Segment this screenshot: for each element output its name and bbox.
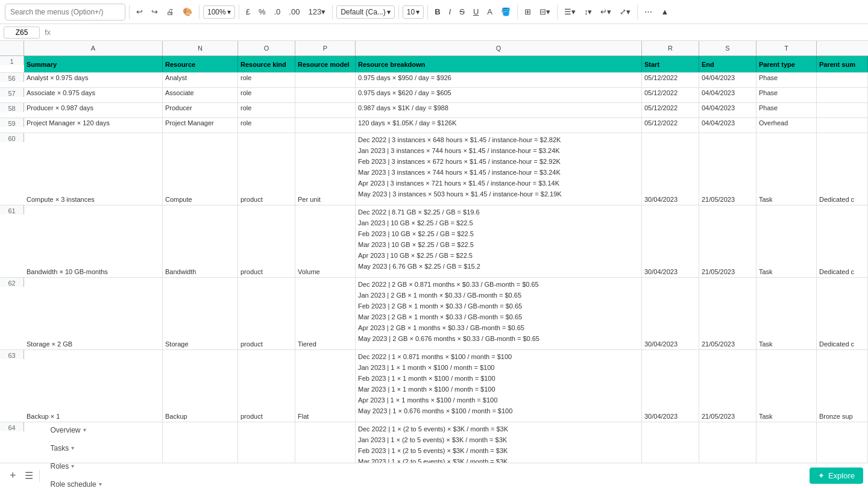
align-button[interactable]: ☰▾ <box>561 5 579 18</box>
header-cell-resource-breakdown[interactable]: Resource breakdown <box>356 56 642 72</box>
table-cell[interactable]: Phase <box>756 103 817 117</box>
table-cell[interactable]: Compute × 3 instances <box>24 133 163 205</box>
rotate-button[interactable]: ⤢▾ <box>617 5 634 18</box>
table-cell[interactable]: Associate <box>163 88 238 102</box>
table-cell[interactable]: Bronze sup <box>817 422 868 463</box>
col-header-p[interactable]: P <box>295 41 356 55</box>
table-cell[interactable]: 21/05/2023 <box>699 278 756 349</box>
table-cell[interactable]: Tiered <box>295 278 356 349</box>
header-cell-start[interactable]: Start <box>642 56 699 72</box>
table-cell[interactable]: Project Manager <box>163 118 238 133</box>
table-cell[interactable]: 0.975 days × $950 / day = $926 <box>356 73 642 87</box>
table-cell[interactable]: 05/12/2022 <box>642 118 699 133</box>
table-cell[interactable]: 04/04/2023 <box>699 103 756 117</box>
header-cell-parent-type[interactable]: Parent type <box>756 56 817 72</box>
table-cell[interactable]: 0.975 days × $620 / day = $605 <box>356 88 642 102</box>
table-cell[interactable]: 21/05/2023 <box>699 422 756 463</box>
formula-input[interactable] <box>55 28 864 37</box>
table-cell[interactable]: 30/04/2023 <box>642 133 699 205</box>
table-cell[interactable]: Dec 2022 | 8.71 GB × $2.25 / GB = $19.6J… <box>356 205 642 277</box>
table-cell[interactable] <box>295 103 356 117</box>
percent-button[interactable]: % <box>256 5 269 18</box>
search-input[interactable] <box>5 4 125 20</box>
header-cell-resource[interactable]: Resource <box>163 56 238 72</box>
header-cell-summary[interactable]: Summary <box>24 56 163 72</box>
table-cell[interactable]: 04/04/2023 <box>699 73 756 87</box>
table-cell[interactable] <box>817 103 868 117</box>
table-cell[interactable]: Analyst <box>163 73 238 87</box>
collapse-button[interactable]: ▲ <box>658 5 671 18</box>
table-cell[interactable]: Project Manager × 120 days <box>24 118 163 133</box>
table-cell[interactable]: 21/05/2023 <box>699 350 756 422</box>
redo-button[interactable]: ↪ <box>148 5 161 18</box>
table-cell[interactable]: product <box>238 278 295 349</box>
col-header-r[interactable]: R <box>642 41 699 55</box>
table-cell[interactable]: Producer × 0.987 days <box>24 103 163 117</box>
format-123-button[interactable]: 123▾ <box>305 5 329 18</box>
table-cell[interactable]: Task <box>756 350 817 422</box>
wrap-button[interactable]: ↵▾ <box>597 5 614 18</box>
col-header-q[interactable]: Q <box>356 41 642 55</box>
table-cell[interactable]: Compute <box>163 133 238 205</box>
col-header-o[interactable]: O <box>238 41 295 55</box>
table-cell[interactable]: Analyst × 0.975 days <box>24 73 163 87</box>
table-cell[interactable]: Dedicated c <box>817 278 868 349</box>
table-cell[interactable]: Backup <box>163 350 238 422</box>
strikethrough-button[interactable]: S <box>456 5 468 18</box>
table-cell[interactable]: Storage × 2 GB <box>24 278 163 349</box>
table-cell[interactable]: 30/04/2023 <box>642 278 699 349</box>
more-button[interactable]: ⋯ <box>641 5 655 18</box>
table-cell[interactable]: Dec 2022 | 3 instances × 648 hours × $1.… <box>356 133 642 205</box>
table-cell[interactable]: 21/05/2023 <box>699 205 756 277</box>
table-cell[interactable]: product <box>238 350 295 422</box>
table-cell[interactable]: 120 days × $1.05K / day = $126K <box>356 118 642 133</box>
decimal-decrease-button[interactable]: .0 <box>271 5 284 18</box>
table-cell[interactable] <box>295 118 356 133</box>
header-cell-parent-sum[interactable]: Parent sum <box>817 56 868 72</box>
table-cell[interactable]: 05/12/2022 <box>642 73 699 87</box>
table-cell[interactable] <box>817 118 868 133</box>
table-cell[interactable]: product <box>238 422 295 463</box>
table-cell[interactable]: Phase <box>756 88 817 102</box>
table-cell[interactable]: Volume <box>295 205 356 277</box>
table-cell[interactable]: Dec 2022 | 2 GB × 0.871 months × $0.33 /… <box>356 278 642 349</box>
table-cell[interactable]: Task <box>756 133 817 205</box>
table-cell[interactable]: Phase <box>756 73 817 87</box>
col-header-t[interactable]: T <box>756 41 817 55</box>
table-cell[interactable]: 30/04/2023 <box>642 205 699 277</box>
table-cell[interactable] <box>295 88 356 102</box>
header-cell-resource-kind[interactable]: Resource kind <box>238 56 295 72</box>
table-cell[interactable]: Backup × 1 <box>24 350 163 422</box>
table-cell[interactable]: 0.987 days × $1K / day = $988 <box>356 103 642 117</box>
add-sheet-button[interactable]: + <box>5 467 21 484</box>
table-cell[interactable]: 04/04/2023 <box>699 88 756 102</box>
merge-button[interactable]: ⊟▾ <box>536 5 553 18</box>
table-cell[interactable]: product <box>238 133 295 205</box>
header-cell-end[interactable]: End <box>699 56 756 72</box>
sheet-menu-button[interactable]: ☰ <box>21 468 37 484</box>
tab-overview[interactable]: Overview ▾ <box>42 421 95 439</box>
table-cell[interactable]: role <box>238 73 295 87</box>
bold-button[interactable]: B <box>432 5 443 18</box>
table-cell[interactable]: Dedicated c <box>817 133 868 205</box>
table-cell[interactable]: Dec 2022 | 1 × 0.871 months × $100 / mon… <box>356 350 642 422</box>
fill-color-button[interactable]: 🪣 <box>498 5 514 18</box>
table-cell[interactable] <box>817 73 868 87</box>
table-cell[interactable]: Stair-step <box>295 422 356 463</box>
table-cell[interactable]: Task <box>756 205 817 277</box>
text-color-button[interactable]: A <box>484 5 495 18</box>
currency-button[interactable]: £ <box>243 5 253 18</box>
tab-roles[interactable]: Roles ▾ <box>42 457 83 475</box>
table-cell[interactable]: Bandwidth <box>163 205 238 277</box>
table-cell[interactable]: Dedicated c <box>817 205 868 277</box>
col-header-n[interactable]: N <box>163 41 238 55</box>
paint-format-button[interactable]: 🎨 <box>180 5 195 18</box>
table-cell[interactable]: 30/04/2023 <box>642 350 699 422</box>
table-cell[interactable]: role <box>238 103 295 117</box>
table-cell[interactable]: 21/05/2023 <box>699 133 756 205</box>
table-cell[interactable]: Task <box>756 278 817 349</box>
header-cell-resource-model[interactable]: Resource model <box>295 56 356 72</box>
table-cell[interactable]: Storage <box>163 278 238 349</box>
table-cell[interactable]: Flat <box>295 350 356 422</box>
tab-role-schedule[interactable]: Role schedule ▾ <box>42 475 110 489</box>
